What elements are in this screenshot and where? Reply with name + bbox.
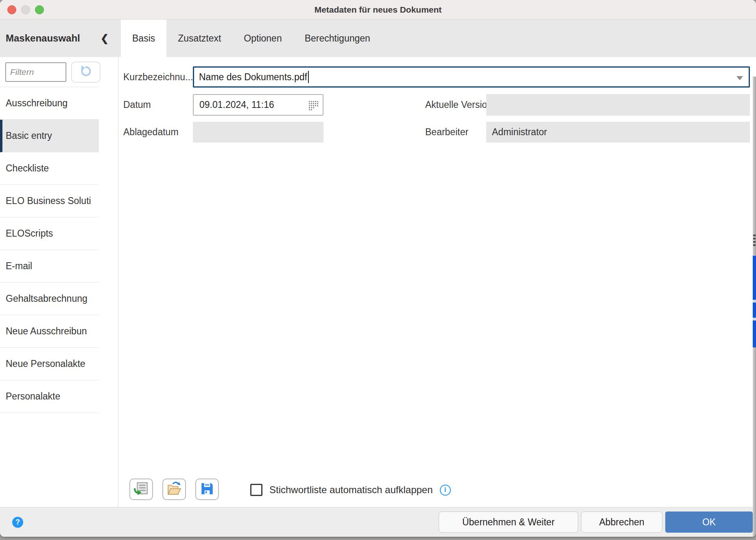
transfer-form-icon	[133, 481, 149, 498]
rail-blue-segment	[753, 256, 756, 347]
mask-selection-title: Maskenauswahl	[6, 33, 80, 44]
mask-item[interactable]: Ausschreibung	[0, 87, 99, 120]
bearbeiter-label: Bearbeiter	[425, 122, 468, 143]
tab-zusatztext[interactable]: Zusatztext	[166, 20, 232, 57]
text-caret	[308, 71, 309, 83]
load-metadata-button[interactable]	[162, 479, 186, 500]
basis-tab-panel: Kurzbezeichnu... Name des Dokuments.pdf …	[118, 57, 756, 507]
apply-metadata-button[interactable]	[129, 479, 153, 500]
minimize-window-icon	[21, 5, 30, 14]
mask-item[interactable]: Gehaltsabrechnung	[0, 283, 99, 315]
help-icon[interactable]: ?	[12, 517, 23, 528]
metadata-toolbar	[129, 479, 219, 500]
close-window-icon[interactable]	[7, 5, 16, 14]
open-folder-icon	[166, 481, 182, 498]
mask-item-selected[interactable]: Basic entry	[0, 120, 99, 152]
bearbeiter-field: Administrator	[486, 122, 750, 143]
mask-item[interactable]: Personalakte	[0, 380, 99, 413]
metadata-dialog: Metadaten für neues Dokument Maskenauswa…	[0, 0, 756, 537]
window-title: Metadaten für neues Dokument	[315, 5, 442, 15]
reset-filter-button[interactable]	[71, 61, 101, 83]
kurzbezeichnung-label: Kurzbezeichnu...	[123, 66, 193, 88]
zoom-window-icon[interactable]	[35, 5, 44, 14]
refresh-icon	[80, 65, 92, 79]
aktuelle-version-field	[486, 94, 750, 116]
date-picker-icon[interactable]	[308, 100, 319, 114]
keyword-option-row: Stichwortliste automatisch aufklappen i	[250, 481, 451, 499]
datum-label: Datum	[123, 94, 151, 116]
stichwortliste-checkbox[interactable]	[250, 484, 262, 496]
tab-strip: Maskenauswahl ❮ Basis Zusatztext Optione…	[0, 20, 756, 57]
tab-basis[interactable]: Basis	[121, 20, 166, 57]
mask-item[interactable]: ELO Business Soluti	[0, 185, 99, 217]
datum-input[interactable]: 09.01.2024, 11:16	[193, 94, 323, 116]
tab-berechtigungen[interactable]: Berechtigungen	[293, 20, 382, 57]
dialog-footer: ? Übernehmen & Weiter Abbrechen OK	[0, 507, 756, 537]
footer-buttons: Übernehmen & Weiter Abbrechen OK	[439, 511, 753, 533]
rail-dashes	[753, 235, 756, 248]
ablagedatum-field	[193, 122, 323, 143]
stichwortliste-label: Stichwortliste automatisch aufklappen	[269, 484, 433, 496]
collapse-sidebar-icon[interactable]: ❮	[101, 33, 109, 44]
tab-optionen[interactable]: Optionen	[232, 20, 293, 57]
window-controls	[7, 5, 44, 14]
apply-and-next-button[interactable]: Übernehmen & Weiter	[439, 511, 578, 533]
mask-item[interactable]: Checkliste	[0, 152, 99, 185]
title-bar: Metadaten für neues Dokument	[0, 0, 756, 20]
cancel-button[interactable]: Abbrechen	[581, 511, 662, 533]
ablagedatum-label: Ablagedatum	[123, 122, 179, 143]
kurzbezeichnung-input[interactable]: Name des Dokuments.pdf	[193, 66, 750, 88]
mask-list: Ausschreibung Basic entry Checkliste ELO…	[0, 87, 99, 413]
filter-input[interactable]	[5, 62, 66, 82]
dropdown-arrow-icon[interactable]	[736, 76, 743, 80]
tab-list: Basis Zusatztext Optionen Berechtigungen	[121, 20, 382, 57]
info-icon[interactable]: i	[440, 485, 451, 496]
ok-button[interactable]: OK	[665, 511, 753, 533]
mask-selection-header: Maskenauswahl ❮	[0, 20, 118, 57]
save-floppy-icon	[199, 481, 215, 498]
mask-item[interactable]: Neue Ausschreibun	[0, 315, 99, 348]
mask-sidebar: Ausschreibung Basic entry Checkliste ELO…	[0, 57, 118, 507]
mask-item[interactable]: ELOScripts	[0, 217, 99, 250]
mask-item[interactable]: E-mail	[0, 250, 99, 283]
save-metadata-button[interactable]	[195, 479, 219, 500]
right-edge-rail	[753, 77, 756, 537]
aktuelle-version-label: Aktuelle Version	[425, 94, 492, 116]
mask-item[interactable]: Neue Personalakte	[0, 348, 99, 380]
